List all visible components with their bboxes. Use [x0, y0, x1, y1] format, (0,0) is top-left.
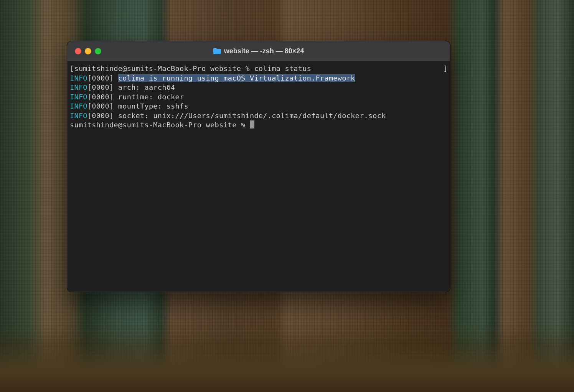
window-title: website — -zsh — 80×24 — [67, 47, 450, 55]
log-level: INFO — [70, 93, 87, 101]
terminal-window: website — -zsh — 80×24 [sumitshinde@sumi… — [67, 41, 450, 292]
log-level: INFO — [70, 83, 87, 91]
log-code: [0000] — [87, 74, 114, 82]
log-text: arch: aarch64 — [118, 83, 175, 91]
log-text: mountType: sshfs — [118, 102, 188, 110]
log-text: runtime: docker — [118, 93, 184, 101]
prompt-user-host: sumitshinde@sumits-MacBook-Pro website % — [74, 64, 254, 72]
terminal-body[interactable]: [sumitshinde@sumits-MacBook-Pro website … — [67, 61, 450, 132]
log-code: [0000] — [87, 93, 114, 101]
traffic-lights — [75, 48, 101, 54]
prompt-user-host: sumitshinde@sumits-MacBook-Pro website % — [70, 121, 250, 129]
log-level: INFO — [70, 112, 87, 120]
log-text-highlighted[interactable]: colima is running using macOS Virtualiza… — [118, 74, 355, 82]
log-code: [0000] — [87, 102, 114, 110]
close-icon[interactable] — [75, 48, 81, 54]
log-code: [0000] — [87, 83, 114, 91]
log-text: socket: unix:///Users/sumitshinde/.colim… — [118, 112, 386, 120]
prompt-open-bracket: [ — [70, 64, 74, 72]
prompt-command: colima status — [254, 64, 311, 72]
desktop-wallpaper: website — -zsh — 80×24 [sumitshinde@sumi… — [0, 0, 574, 392]
log-code: [0000] — [87, 112, 114, 120]
zoom-icon[interactable] — [95, 48, 101, 54]
log-level: INFO — [70, 102, 87, 110]
prompt-close-bracket: ] — [444, 64, 448, 74]
folder-icon — [213, 48, 221, 54]
minimize-icon[interactable] — [85, 48, 91, 54]
log-level: INFO — [70, 74, 87, 82]
cursor-icon — [250, 120, 254, 128]
titlebar[interactable]: website — -zsh — 80×24 — [67, 41, 450, 61]
window-title-text: website — -zsh — 80×24 — [224, 47, 304, 55]
